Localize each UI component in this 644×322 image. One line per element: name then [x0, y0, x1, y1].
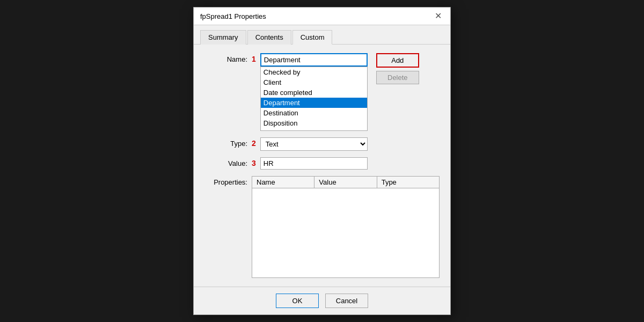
value-badge: 3 [252, 157, 256, 167]
type-select[interactable]: Text Number Date Boolean [260, 137, 368, 151]
list-item[interactable]: Disposition [261, 118, 367, 128]
properties-dialog: fpSpread1 Properties ✕ Summary Contents … [193, 7, 451, 315]
tab-custom[interactable]: Custom [292, 30, 333, 45]
list-item[interactable]: Date completed [261, 87, 367, 98]
dialog-footer: OK Cancel [194, 287, 450, 314]
close-button[interactable]: ✕ [433, 12, 444, 20]
type-row: Type: 2 Text Number Date Boolean [204, 137, 440, 151]
list-item[interactable]: Division [261, 128, 367, 131]
cancel-button[interactable]: Cancel [325, 294, 368, 308]
properties-header: Name Value Type [252, 177, 439, 188]
type-label: Type: [204, 137, 247, 148]
delete-button[interactable]: Delete [376, 71, 419, 84]
name-input[interactable] [260, 53, 368, 67]
properties-label: Properties: [204, 176, 247, 186]
type-badge: 2 [252, 137, 256, 148]
dialog-title: fpSpread1 Properties [200, 12, 266, 20]
name-badge: 1 [252, 53, 256, 63]
col-type: Type [377, 177, 439, 188]
title-bar: fpSpread1 Properties ✕ [194, 8, 450, 25]
name-row: Name: 1 Checked by Client Date completed… [204, 53, 440, 131]
properties-body [252, 188, 439, 274]
add-button[interactable]: Add [376, 53, 419, 68]
col-value: Value [314, 177, 377, 188]
action-buttons: Add Delete [376, 53, 419, 84]
properties-table: Name Value Type [252, 176, 440, 278]
list-item[interactable]: Checked by [261, 67, 367, 77]
dialog-content: Name: 1 Checked by Client Date completed… [194, 45, 450, 287]
ok-button[interactable]: OK [276, 294, 319, 308]
list-item-selected[interactable]: Department [261, 98, 367, 108]
properties-section: Properties: Name Value Type [204, 176, 440, 278]
value-row: Value: 3 [204, 157, 440, 170]
col-name: Name [252, 177, 314, 188]
value-input[interactable] [260, 157, 368, 170]
name-list[interactable]: Checked by Client Date completed Departm… [260, 67, 368, 131]
value-label: Value: [204, 157, 247, 167]
list-item[interactable]: Destination [261, 108, 367, 118]
list-item[interactable]: Client [261, 77, 367, 87]
tab-summary[interactable]: Summary [200, 30, 246, 45]
name-label: Name: [204, 53, 247, 63]
tab-bar: Summary Contents Custom [194, 25, 450, 45]
tab-contents[interactable]: Contents [247, 30, 291, 45]
name-column: Checked by Client Date completed Departm… [260, 53, 368, 131]
